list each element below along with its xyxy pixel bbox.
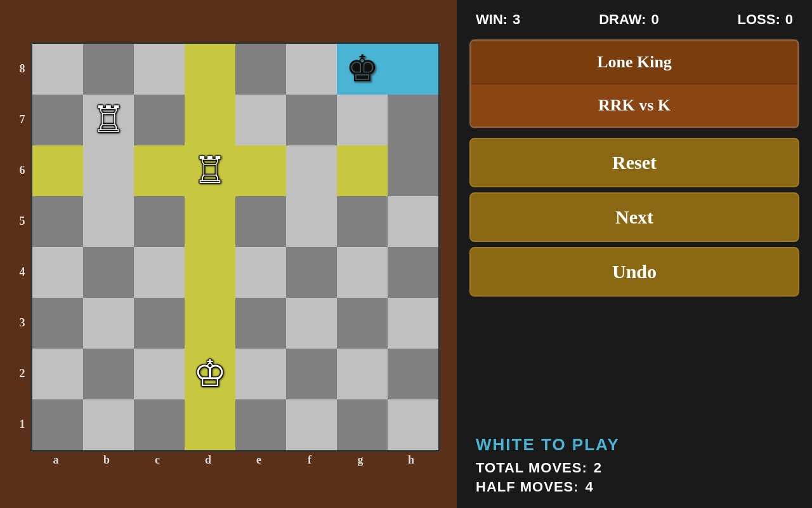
square-c4[interactable] <box>134 247 185 298</box>
square-b1[interactable] <box>83 399 134 450</box>
square-f2[interactable] <box>286 349 337 399</box>
file-d: d <box>183 453 233 467</box>
black-king: ♚ <box>346 51 379 88</box>
rank-7: 7 <box>16 95 28 145</box>
square-e5[interactable] <box>235 196 286 247</box>
draw-stat: DRAW: 0 <box>599 11 658 28</box>
square-h1[interactable] <box>388 399 438 450</box>
square-h2[interactable] <box>388 349 438 399</box>
square-b3[interactable] <box>83 298 134 349</box>
mode-buttons: Lone King RRK vs K <box>469 39 799 128</box>
board-with-labels: 8 7 6 5 4 3 2 1 ♚ <box>16 42 440 452</box>
square-c5[interactable] <box>134 196 185 247</box>
square-g5[interactable] <box>337 196 388 247</box>
moves-info: TOTAL MOVES: 2 HALF MOVES: 4 <box>476 460 793 495</box>
turn-indicator: WHITE TO PLAY <box>476 435 793 455</box>
square-g7[interactable] <box>337 95 388 145</box>
square-d6[interactable]: ♖ <box>185 145 235 196</box>
square-d7[interactable] <box>185 95 235 145</box>
square-b6[interactable] <box>83 145 134 196</box>
square-c7[interactable] <box>134 95 185 145</box>
square-a2[interactable] <box>32 349 83 399</box>
square-b7[interactable]: ♖ <box>83 95 134 145</box>
square-f1[interactable] <box>286 399 337 450</box>
square-d4[interactable] <box>185 247 235 298</box>
loss-value: 0 <box>785 11 793 28</box>
lone-king-button[interactable]: Lone King <box>471 41 797 84</box>
loss-label: LOSS: <box>738 11 780 28</box>
file-a: a <box>30 453 81 467</box>
square-g2[interactable] <box>337 349 388 399</box>
square-e1[interactable] <box>235 399 286 450</box>
square-h7[interactable] <box>388 95 438 145</box>
square-f7[interactable] <box>286 95 337 145</box>
file-b: b <box>81 453 132 467</box>
square-a1[interactable] <box>32 399 83 450</box>
square-d1[interactable] <box>185 399 235 450</box>
half-moves-value: 4 <box>586 479 593 495</box>
file-h: h <box>386 453 436 467</box>
square-g3[interactable] <box>337 298 388 349</box>
square-d3[interactable] <box>185 298 235 349</box>
square-h6[interactable] <box>388 145 438 196</box>
next-button[interactable]: Next <box>469 192 799 242</box>
square-b2[interactable] <box>83 349 134 399</box>
square-e2[interactable] <box>235 349 286 399</box>
square-f3[interactable] <box>286 298 337 349</box>
square-h3[interactable] <box>388 298 438 349</box>
rank-5: 5 <box>16 196 28 247</box>
chess-board[interactable]: ♚ ♖ ♖ <box>30 42 440 452</box>
square-e4[interactable] <box>235 247 286 298</box>
file-e: e <box>233 453 284 467</box>
total-moves-line: TOTAL MOVES: 2 <box>476 460 793 476</box>
square-a7[interactable] <box>32 95 83 145</box>
square-g8[interactable]: ♚ <box>337 44 388 95</box>
draw-value: 0 <box>651 11 658 28</box>
file-f: f <box>284 453 335 467</box>
square-g6[interactable] <box>337 145 388 196</box>
board-container: 8 7 6 5 4 3 2 1 ♚ <box>16 42 440 467</box>
square-a8[interactable] <box>32 44 83 95</box>
loss-stat: LOSS: 0 <box>738 11 793 28</box>
square-e7[interactable] <box>235 95 286 145</box>
square-b8[interactable] <box>83 44 134 95</box>
square-a6[interactable] <box>32 145 83 196</box>
rank-labels: 8 7 6 5 4 3 2 1 <box>16 44 28 450</box>
square-d8[interactable] <box>185 44 235 95</box>
square-c2[interactable] <box>134 349 185 399</box>
stats-row: WIN: 3 DRAW: 0 LOSS: 0 <box>469 6 799 33</box>
reset-button[interactable]: Reset <box>469 138 799 187</box>
rrk-vs-k-button[interactable]: RRK vs K <box>471 84 797 126</box>
square-d2[interactable]: ♔ <box>185 349 235 399</box>
square-e6[interactable] <box>235 145 286 196</box>
rank-3: 3 <box>16 298 28 349</box>
rank-4: 4 <box>16 247 28 298</box>
square-e3[interactable] <box>235 298 286 349</box>
square-g4[interactable] <box>337 247 388 298</box>
square-f4[interactable] <box>286 247 337 298</box>
action-buttons: Reset Next Undo <box>469 138 799 297</box>
white-rook-b7: ♖ <box>92 102 125 138</box>
square-a3[interactable] <box>32 298 83 349</box>
square-b5[interactable] <box>83 196 134 247</box>
square-a5[interactable] <box>32 196 83 247</box>
square-d5[interactable] <box>185 196 235 247</box>
square-f5[interactable] <box>286 196 337 247</box>
win-label: WIN: <box>476 11 508 28</box>
white-king: ♔ <box>193 356 226 392</box>
square-c1[interactable] <box>134 399 185 450</box>
square-c6[interactable] <box>134 145 185 196</box>
white-rook-d6: ♖ <box>193 152 226 189</box>
undo-button[interactable]: Undo <box>469 247 799 297</box>
square-c8[interactable] <box>134 44 185 95</box>
square-b4[interactable] <box>83 247 134 298</box>
square-h8[interactable] <box>388 44 438 95</box>
square-f8[interactable] <box>286 44 337 95</box>
square-a4[interactable] <box>32 247 83 298</box>
square-c3[interactable] <box>134 298 185 349</box>
square-g1[interactable] <box>337 399 388 450</box>
square-h4[interactable] <box>388 247 438 298</box>
square-e8[interactable] <box>235 44 286 95</box>
square-f6[interactable] <box>286 145 337 196</box>
square-h5[interactable] <box>388 196 438 247</box>
